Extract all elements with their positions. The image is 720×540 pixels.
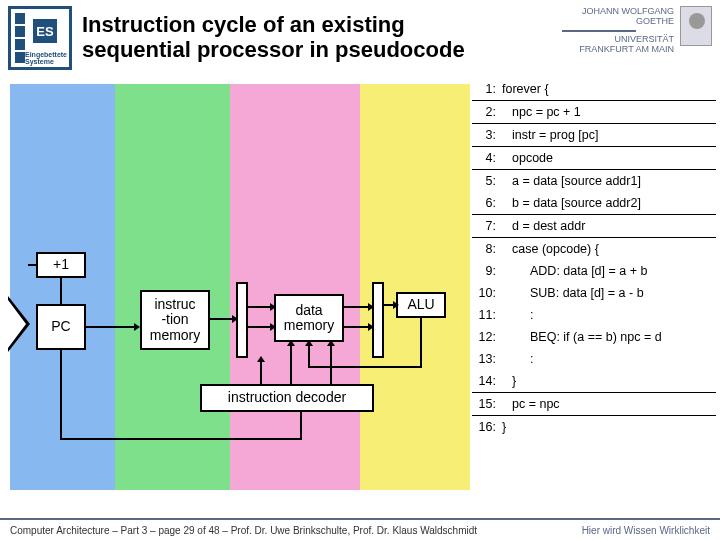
- arrowhead-icon: [270, 303, 276, 311]
- wire: [344, 306, 370, 308]
- code-ln: 1:: [474, 82, 502, 96]
- code-ln: 9:: [474, 264, 502, 278]
- wire: [260, 360, 262, 384]
- stage-fetch-pc: [10, 84, 115, 490]
- arrowhead-icon: [305, 340, 313, 346]
- code-tx: b = data [source addr2]: [502, 196, 714, 210]
- code-ln: 6:: [474, 196, 502, 210]
- arrowhead-icon: [368, 303, 374, 311]
- slide-footer: Computer Architecture – Part 3 – page 29…: [0, 518, 720, 540]
- es-chip-icon: ES: [25, 13, 65, 49]
- code-ln: 13:: [474, 352, 502, 366]
- instruction-decoder-box: instruction decoder: [200, 384, 374, 412]
- alu-box: ALU: [396, 292, 446, 318]
- arrowhead-icon: [368, 323, 374, 331]
- code-tx: npc = pc + 1: [502, 105, 714, 119]
- code-tx: a = data [source addr1]: [502, 174, 714, 188]
- wire: [344, 326, 370, 328]
- title-line-1: Instruction cycle of an existing: [82, 12, 405, 37]
- goethe-portrait-icon: [680, 6, 712, 46]
- slide-body: +1 PC instruc -tion memory data memory A…: [0, 74, 720, 504]
- es-logo-label: Eingebettete Systeme: [25, 51, 69, 65]
- data-memory-box: data memory: [274, 294, 344, 342]
- svg-text:ES: ES: [36, 24, 54, 39]
- code-ln: 14:: [474, 374, 502, 388]
- code-tx: :: [502, 352, 714, 366]
- slide-title: Instruction cycle of an existing sequent…: [82, 6, 562, 63]
- code-ln: 11:: [474, 308, 502, 322]
- wire: [248, 306, 272, 308]
- uni-line-3: UNIVERSITÄT: [614, 34, 674, 44]
- code-tx: opcode: [502, 151, 714, 165]
- code-ln: 15:: [474, 397, 502, 411]
- code-ln: 10:: [474, 286, 502, 300]
- wire: [60, 438, 302, 440]
- uni-line-2: GOETHE: [636, 16, 674, 26]
- stage-data-mem: [230, 84, 360, 490]
- code-ln: 7:: [474, 219, 502, 233]
- arrowhead-icon: [232, 315, 238, 323]
- footer-left: Computer Architecture – Part 3 – page 29…: [10, 525, 477, 536]
- code-tx: }: [502, 374, 714, 388]
- code-tx: :: [502, 308, 714, 322]
- code-ln: 16:: [474, 420, 502, 434]
- code-tx: forever {: [502, 82, 714, 96]
- code-tx: instr = prog [pc]: [502, 128, 714, 142]
- code-tx: ADD: data [d] = a + b: [502, 264, 714, 278]
- code-tx: d = dest addr: [502, 219, 714, 233]
- uni-line-4: FRANKFURT AM MAIN: [579, 44, 674, 54]
- code-tx: }: [502, 420, 714, 434]
- code-ln: 8:: [474, 242, 502, 256]
- arrowhead-icon: [393, 301, 399, 309]
- wire: [300, 412, 302, 440]
- imem-l2: -tion: [161, 312, 188, 327]
- code-tx: BEQ: if (a == b) npc = d: [502, 330, 714, 344]
- mux-icon: [8, 296, 30, 352]
- wire: [308, 366, 422, 368]
- dmem-l2: memory: [284, 318, 335, 333]
- pipeline-latch-2: [372, 282, 384, 358]
- stage-instr-mem: [115, 84, 230, 490]
- arrowhead-icon: [134, 323, 140, 331]
- imem-l3: memory: [150, 328, 201, 343]
- code-tx: case (opcode) {: [502, 242, 714, 256]
- arrowhead-icon: [287, 340, 295, 346]
- university-logo: JOHANN WOLFGANG GOETHE UNIVERSITÄT FRANK…: [562, 6, 712, 54]
- wire: [308, 344, 310, 368]
- pseudocode-panel: 1:forever { 2:npc = pc + 1 3:instr = pro…: [472, 78, 716, 438]
- code-ln: 12:: [474, 330, 502, 344]
- arrowhead-icon: [270, 323, 276, 331]
- dmem-l1: data: [295, 303, 322, 318]
- es-logo: ES Eingebettete Systeme: [8, 6, 72, 70]
- wire: [290, 344, 292, 384]
- wire: [248, 326, 272, 328]
- wire: [60, 278, 62, 304]
- wire: [60, 350, 62, 440]
- wire: [420, 318, 422, 368]
- code-ln: 4:: [474, 151, 502, 165]
- footer-tagline: Hier wird Wissen Wirklichkeit: [582, 525, 710, 536]
- arrowhead-icon: [327, 340, 335, 346]
- wire: [28, 264, 36, 266]
- pc-register-box: PC: [36, 304, 86, 350]
- instruction-memory-box: instruc -tion memory: [140, 290, 210, 350]
- code-ln: 3:: [474, 128, 502, 142]
- wire: [210, 318, 234, 320]
- code-ln: 2:: [474, 105, 502, 119]
- slide-header: ES Eingebettete Systeme Instruction cycl…: [0, 0, 720, 74]
- code-tx: SUB: data [d] = a - b: [502, 286, 714, 300]
- incrementer-box: +1: [36, 252, 86, 278]
- wire: [330, 344, 332, 384]
- uni-line-1: JOHANN WOLFGANG: [582, 6, 674, 16]
- imem-l1: instruc: [154, 297, 195, 312]
- code-ln: 5:: [474, 174, 502, 188]
- code-tx: pc = npc: [502, 397, 714, 411]
- title-line-2: sequential processor in pseudocode: [82, 37, 465, 62]
- arrowhead-icon: [257, 356, 265, 362]
- wire: [86, 326, 136, 328]
